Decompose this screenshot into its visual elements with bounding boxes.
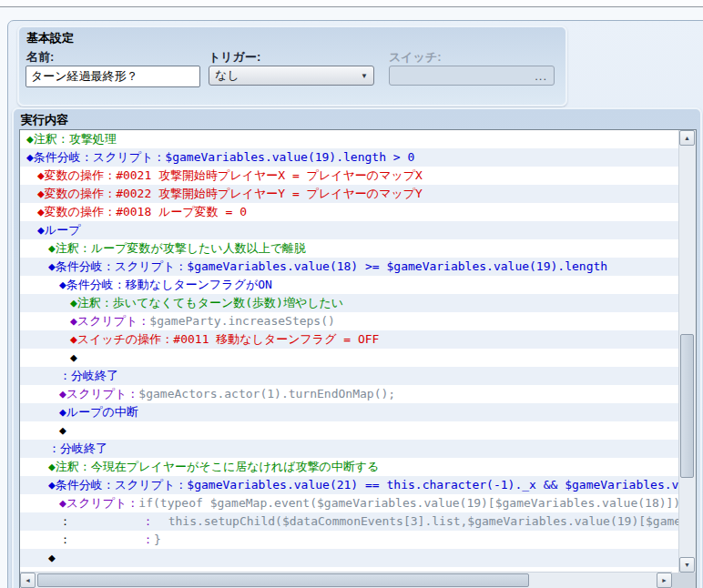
top-divider xyxy=(0,0,703,7)
up-arrow-icon: ▲ xyxy=(684,135,690,141)
command-list: ◆注釈：攻撃処理◆条件分岐：スクリプト：$gameVariables.value… xyxy=(19,129,697,588)
switch-label: スイッチ: xyxy=(389,49,442,66)
event-command-row[interactable]: ： ：} xyxy=(20,531,679,549)
command-text-flow: ◆ループの中断 xyxy=(59,405,138,419)
switch-browse-button[interactable]: ... xyxy=(535,69,547,83)
event-command-row[interactable]: ◆ループ xyxy=(20,221,679,239)
event-command-row[interactable]: ◆条件分岐：スクリプト：$gameVariables.value(18) >= … xyxy=(20,258,679,276)
event-command-row[interactable]: ◆条件分岐：移動なしターンフラグがON xyxy=(20,276,679,294)
command-text-comment: ◆注釈：歩いてなくてもターン数(歩数)増やしたい xyxy=(70,296,343,309)
command-text-assign: ◆スイッチの操作：#0011 移動なしターンフラグ = OFF xyxy=(70,332,379,346)
horizontal-scrollbar[interactable]: ◄ ► xyxy=(20,572,672,588)
trigger-dropdown[interactable]: なし ▼ xyxy=(209,66,374,86)
command-text-code: if(typeof $gameMap.event($gameVariables.… xyxy=(138,496,679,510)
event-command-row[interactable]: ◆スクリプト：$gameActors.actor(1).turnEndOnMap… xyxy=(20,385,679,403)
switch-field[interactable]: ... xyxy=(389,66,555,86)
scroll-down-button[interactable]: ▼ xyxy=(679,557,695,573)
command-text-script: ： xyxy=(142,532,154,546)
command-text-flow: ◆条件分岐：スクリプト：$gameVariables.value(18) >= … xyxy=(48,259,607,273)
event-command-row[interactable]: ：分岐終了 xyxy=(20,440,679,458)
command-text-flow: ◆ループ xyxy=(37,223,80,237)
command-text-code: this.setupChild($dataCommonEvents[3].lis… xyxy=(154,514,679,528)
command-text-plain: ◆ xyxy=(70,350,77,364)
event-command-row[interactable]: ◆変数の操作：#0018 ループ変数 = 0 xyxy=(20,203,679,221)
horizontal-scrollbar-thumb[interactable] xyxy=(37,573,529,587)
command-text-script: ◆スクリプト： xyxy=(59,496,138,510)
event-command-row[interactable]: ◆注釈：攻撃処理 xyxy=(20,130,679,148)
command-text-plain: ◆ xyxy=(48,551,56,564)
command-text-flow: ：分岐終了 xyxy=(59,369,118,382)
event-command-row[interactable]: ◆スクリプト：$gameParty.increaseSteps() xyxy=(20,312,679,330)
event-editor-window: 基本設定 名前: トリガー: なし ▼ スイッチ: ... 実行内容 ◆注釈：攻… xyxy=(0,0,703,588)
command-text-assign: ◆変数の操作：#0021 攻撃開始時プレイヤーX = プレイヤーのマップX xyxy=(37,168,423,182)
name-label: 名前: xyxy=(26,49,54,66)
command-text-flow: ◆条件分岐：スクリプト：$gameVariables.value(19).len… xyxy=(26,150,414,164)
down-arrow-icon: ▼ xyxy=(684,562,690,568)
command-text-plain: ： xyxy=(59,514,142,528)
execution-contents-title: 実行内容 xyxy=(21,112,68,128)
vertical-scrollbar[interactable]: ▲ ▼ xyxy=(678,130,696,573)
command-text-plain: ◆ xyxy=(59,423,66,437)
basic-settings-group: 基本設定 名前: トリガー: なし ▼ スイッチ: ... xyxy=(17,25,567,106)
event-command-row[interactable]: ◆条件分岐：スクリプト：$gameVariables.value(19).len… xyxy=(20,148,679,167)
command-text-script: ◆スクリプト： xyxy=(70,314,149,328)
command-text-comment: ◆注釈：今現在プレイヤーがそこに居なければ攻撃の中断する xyxy=(48,460,379,473)
command-text-flow: ：分岐終了 xyxy=(48,441,107,455)
name-input[interactable] xyxy=(25,66,200,87)
event-command-row[interactable]: ◆注釈：ループ変数が攻撃したい人数以上で離脱 xyxy=(20,239,679,258)
event-command-row[interactable]: ◆スクリプト：if(typeof $gameMap.event($gameVar… xyxy=(20,494,679,512)
command-text-flow: ◆条件分岐：スクリプト：$gameVariables.value(21) == … xyxy=(48,478,679,492)
event-command-row[interactable]: ◆スイッチの操作：#0011 移動なしターンフラグ = OFF xyxy=(20,330,679,349)
event-command-row[interactable]: ◆条件分岐：スクリプト：$gameVariables.value(21) == … xyxy=(20,476,679,494)
event-command-row[interactable]: ◆注釈：歩いてなくてもターン数(歩数)増やしたい xyxy=(20,294,679,312)
event-command-row[interactable]: ： ： this.setupChild($dataCommonEvents[3]… xyxy=(20,512,679,531)
command-text-flow: ◆条件分岐：移動なしターンフラグがON xyxy=(59,278,272,291)
vertical-scrollbar-thumb[interactable] xyxy=(680,334,694,478)
execution-contents-group: 実行内容 ◆注釈：攻撃処理◆条件分岐：スクリプト：$gameVariables.… xyxy=(12,107,702,588)
command-text-script: ： xyxy=(142,514,154,528)
command-text-code: } xyxy=(154,532,161,546)
event-command-row[interactable]: ◆ xyxy=(20,421,679,440)
command-text-code: $gameActors.actor(1).turnEndOnMap(); xyxy=(138,387,395,400)
event-command-row[interactable]: ：分岐終了 xyxy=(20,367,679,385)
event-command-row[interactable]: ◆ループの中断 xyxy=(20,403,679,421)
event-command-row[interactable]: ◆ xyxy=(20,549,679,567)
scroll-left-button[interactable]: ◄ xyxy=(20,573,36,588)
scrollbar-corner xyxy=(672,573,696,588)
command-text-assign: ◆変数の操作：#0022 攻撃開始時プレイヤーY = プレイヤーのマップY xyxy=(37,187,423,200)
command-list-content: ◆注釈：攻撃処理◆条件分岐：スクリプト：$gameVariables.value… xyxy=(20,130,679,573)
event-command-row[interactable]: ◆ xyxy=(20,349,679,367)
command-text-comment: ◆注釈：攻撃処理 xyxy=(26,132,117,146)
event-page-panel: 基本設定 名前: トリガー: なし ▼ スイッチ: ... 実行内容 ◆注釈：攻… xyxy=(7,20,703,588)
event-command-row[interactable]: ◆変数の操作：#0022 攻撃開始時プレイヤーY = プレイヤーのマップY xyxy=(20,185,679,203)
basic-settings-title: 基本設定 xyxy=(26,30,74,46)
command-text-comment: ◆注釈：ループ変数が攻撃したい人数以上で離脱 xyxy=(48,241,306,255)
command-text-plain: ： xyxy=(59,532,142,546)
trigger-value: なし xyxy=(215,67,361,84)
event-command-row[interactable]: ◆変数の操作：#0021 攻撃開始時プレイヤーX = プレイヤーのマップX xyxy=(20,167,679,185)
chevron-down-icon: ▼ xyxy=(361,72,368,80)
trigger-label: トリガー: xyxy=(209,49,260,66)
right-arrow-icon: ► xyxy=(661,577,667,583)
scroll-right-button[interactable]: ► xyxy=(657,573,672,588)
scroll-up-button[interactable]: ▲ xyxy=(679,130,695,146)
command-text-assign: ◆変数の操作：#0018 ループ変数 = 0 xyxy=(37,205,247,218)
command-text-code: $gameParty.increaseSteps() xyxy=(149,314,335,328)
left-arrow-icon: ◄ xyxy=(25,577,31,583)
command-text-script: ◆スクリプト： xyxy=(59,387,138,400)
event-command-row[interactable]: ◆注釈：今現在プレイヤーがそこに居なければ攻撃の中断する xyxy=(20,458,679,476)
